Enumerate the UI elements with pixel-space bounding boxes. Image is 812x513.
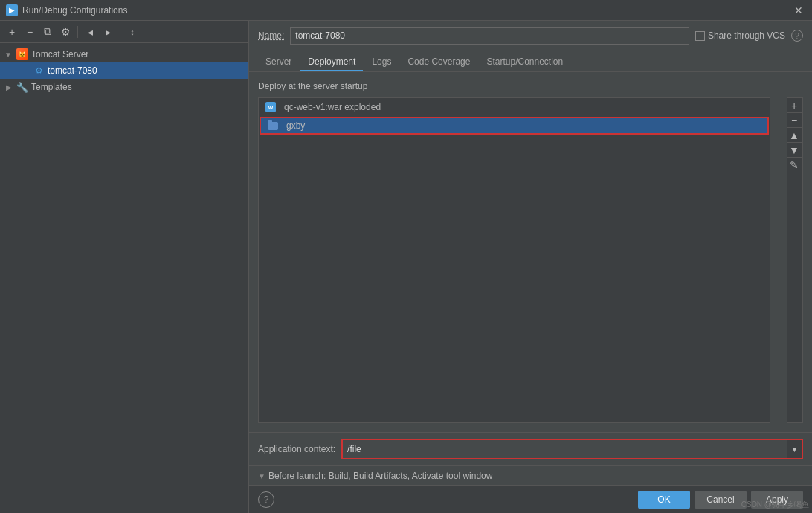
toolbar-separator-2 — [120, 26, 120, 38]
remove-config-button[interactable]: − — [22, 25, 37, 39]
app-icon: ▶ — [6, 4, 18, 16]
deploy-remove-button[interactable]: − — [787, 113, 802, 128]
tab-code-coverage[interactable]: Code Coverage — [400, 54, 477, 71]
deploy-edit-button[interactable]: ✎ — [787, 158, 802, 172]
tree-item-tomcat-server-group[interactable]: ▼ 🐱 Tomcat Server — [0, 46, 248, 62]
name-row: Name: Share through VCS ? — [249, 21, 812, 51]
deployment-content: Deploy at the server startup W qc-web-v1… — [249, 72, 812, 432]
add-config-button[interactable]: + — [4, 25, 19, 39]
templates-label: Templates — [31, 82, 72, 92]
footer: ? OK Cancel Apply — [249, 485, 812, 513]
templates-expand-icon: ▶ — [4, 83, 16, 91]
tab-logs[interactable]: Logs — [364, 54, 399, 71]
expand-icon: ▼ — [4, 51, 16, 59]
help-icon[interactable]: ? — [791, 30, 803, 42]
deploy-scroll-up-button[interactable]: ▲ — [787, 128, 802, 143]
context-input-wrapper: ▼ — [341, 439, 803, 459]
main-container: + − ⧉ ⚙ ◂ ▸ ↕ ▼ 🐱 Tomcat Server ▶ — [0, 21, 812, 513]
close-button[interactable]: ✕ — [791, 4, 806, 16]
deploy-item-1-label: gxby — [286, 120, 305, 131]
tab-server[interactable]: Server — [258, 54, 299, 71]
right-panel: Name: Share through VCS ? Server Deploym… — [249, 21, 812, 513]
share-vcs-checkbox[interactable] — [695, 31, 705, 41]
configurations-toolbar: + − ⧉ ⚙ ◂ ▸ ↕ — [0, 21, 248, 43]
deploy-wrapper: W qc-web-v1:war exploded gxby + — [258, 97, 803, 423]
folder-artifact-icon — [267, 120, 279, 132]
deploy-item-1[interactable]: gxby — [260, 117, 769, 135]
tree-item-tomcat-7080[interactable]: ▶ ⚙ tomcat-7080 — [0, 62, 248, 79]
app-context-row: Application context: ▼ — [258, 439, 803, 459]
cancel-button[interactable]: Cancel — [695, 491, 747, 509]
deploy-item-0-label: qc-web-v1:war exploded — [284, 102, 381, 112]
deploy-item-0[interactable]: W qc-web-v1:war exploded — [259, 98, 770, 116]
war-artifact-icon: W — [265, 101, 277, 113]
title-text: Run/Debug Configurations — [22, 5, 127, 16]
share-vcs-label: Share through VCS — [708, 30, 785, 41]
deploy-scroll-down-button[interactable]: ▼ — [787, 143, 802, 158]
tomcat-server-group-label: Tomcat Server — [31, 49, 88, 59]
tree-item-templates[interactable]: ▶ 🔧 Templates — [0, 79, 248, 95]
configuration-tree: ▼ 🐱 Tomcat Server ▶ ⚙ tomcat-7080 ▶ 🔧 — [0, 43, 248, 513]
left-panel: + − ⧉ ⚙ ◂ ▸ ↕ ▼ 🐱 Tomcat Server ▶ — [0, 21, 249, 513]
arrow-left-button[interactable]: ◂ — [83, 25, 97, 39]
title-bar: ▶ Run/Debug Configurations ✕ — [0, 0, 812, 21]
watermark: CSDN @骑牛乡喝鱼 — [741, 500, 809, 510]
settings-config-button[interactable]: ⚙ — [58, 25, 73, 39]
tab-deployment[interactable]: Deployment — [300, 54, 363, 71]
before-launch-section: ▼ Before launch: Build, Build Artifacts,… — [249, 465, 812, 485]
context-dropdown-button[interactable]: ▼ — [787, 440, 802, 458]
tabs-bar: Server Deployment Logs Code Coverage Sta… — [249, 51, 812, 72]
deploy-at-startup-label: Deploy at the server startup — [258, 81, 803, 91]
sort-button[interactable]: ↕ — [125, 25, 140, 39]
ok-button[interactable]: OK — [638, 491, 690, 509]
tab-startup-connection[interactable]: Startup/Connection — [479, 54, 570, 71]
application-context-area: Application context: ▼ — [249, 432, 812, 465]
deploy-list: W qc-web-v1:war exploded gxby — [258, 97, 770, 423]
context-input[interactable] — [343, 440, 787, 458]
tomcat-server-icon: ⚙ — [33, 65, 45, 77]
deploy-add-button[interactable]: + — [787, 98, 802, 113]
templates-icon: 🔧 — [16, 81, 28, 93]
footer-help-button[interactable]: ? — [258, 491, 274, 508]
name-input[interactable] — [290, 27, 689, 45]
context-label: Application context: — [258, 444, 335, 454]
tomcat-server-label: tomcat-7080 — [48, 65, 97, 76]
before-launch-label: Before launch: Build, Build Artifacts, A… — [268, 471, 493, 481]
tomcat-group-icon: 🐱 — [16, 48, 28, 60]
copy-config-button[interactable]: ⧉ — [40, 25, 55, 39]
share-vcs-row: Share through VCS — [695, 30, 785, 41]
toolbar-separator — [77, 26, 78, 38]
deploy-side-buttons: + − ▲ ▼ ✎ — [787, 97, 803, 423]
arrow-right-button[interactable]: ▸ — [100, 25, 115, 39]
name-label: Name: — [258, 30, 284, 41]
before-launch-expand-icon[interactable]: ▼ — [258, 472, 265, 480]
